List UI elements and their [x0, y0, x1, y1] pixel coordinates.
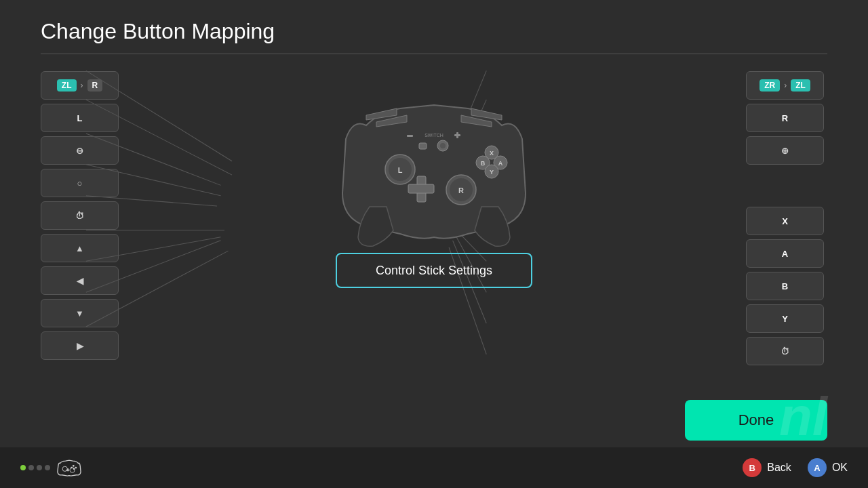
page-container: Change Button Mapping	[0, 0, 868, 441]
btn-minus[interactable]: ⊖	[41, 136, 119, 165]
b-button-icon: B	[743, 458, 762, 477]
svg-text:A: A	[498, 160, 503, 167]
minus-icon: ⊖	[76, 146, 83, 156]
dpad-right-icon: ▶	[77, 341, 83, 351]
dpad-left-icon: ◀	[77, 276, 83, 286]
dpad-up-icon: ▲	[75, 243, 84, 253]
btn-x[interactable]: X	[746, 207, 824, 235]
home-icon: ⏱	[75, 211, 84, 221]
from-badge-zr: ZR	[760, 79, 780, 92]
btn-y[interactable]: Y	[746, 304, 824, 333]
svg-point-37	[440, 143, 446, 148]
btn-dpad-left[interactable]: ◀	[41, 266, 119, 295]
svg-rect-43	[66, 470, 70, 471]
btn-dpad-up[interactable]: ▲	[41, 234, 119, 262]
dot-2	[28, 465, 34, 470]
done-button[interactable]: Done	[685, 400, 827, 441]
dpad-down-icon: ▼	[75, 308, 84, 319]
svg-rect-34	[456, 132, 458, 138]
controller-area: L R X A B Y	[122, 68, 746, 441]
right-spacer	[746, 169, 827, 203]
btn-l-label: L	[77, 113, 83, 123]
bottom-right: B Back A OK	[743, 458, 848, 477]
main-content: ZL › R L ⊖ ○ ⏱ ▲	[0, 54, 868, 441]
a-label: A	[814, 463, 820, 473]
controller-small-icon	[57, 458, 81, 477]
btn-y-label: Y	[782, 314, 788, 324]
btn-zr-to-zl[interactable]: ZR › ZL	[746, 71, 824, 100]
plus-icon: ⊕	[781, 146, 789, 156]
btn-plus[interactable]: ⊕	[746, 136, 824, 165]
svg-text:L: L	[398, 166, 403, 174]
btn-dpad-right[interactable]: ▶	[41, 331, 119, 360]
arrow-icon: ›	[81, 81, 83, 90]
left-buttons-column: ZL › R L ⊖ ○ ⏱ ▲	[41, 68, 122, 441]
btn-l[interactable]: L	[41, 104, 119, 132]
a-button-icon: A	[808, 458, 827, 477]
control-stick-settings-button[interactable]: Control Stick Settings	[336, 253, 532, 288]
svg-point-46	[71, 467, 73, 469]
btn-dpad-down[interactable]: ▼	[41, 299, 119, 327]
dot-indicators	[20, 465, 50, 470]
back-nav[interactable]: B Back	[743, 458, 791, 477]
btn-x-label: X	[782, 216, 788, 226]
svg-text:X: X	[490, 150, 494, 157]
ok-label: OK	[832, 462, 848, 474]
ok-nav[interactable]: A OK	[808, 458, 848, 477]
btn-a[interactable]: A	[746, 239, 824, 268]
btn-r-label: R	[782, 113, 788, 123]
dot-4	[45, 465, 50, 470]
to-badge: R	[87, 79, 103, 92]
svg-point-44	[73, 465, 75, 467]
svg-rect-38	[419, 143, 427, 149]
btn-r[interactable]: R	[746, 104, 824, 132]
svg-text:B: B	[481, 160, 486, 167]
svg-rect-24	[408, 184, 434, 193]
btn-capture[interactable]: ○	[41, 169, 119, 197]
bottom-bar: B Back A OK	[0, 447, 868, 488]
to-badge-zl: ZL	[791, 79, 810, 92]
btn-a-label: A	[782, 249, 788, 259]
btn-home[interactable]: ⏱	[41, 201, 119, 230]
r-stick-icon: ⏱	[781, 346, 789, 357]
svg-text:SWITCH: SWITCH	[425, 133, 443, 138]
capture-icon: ○	[77, 178, 83, 188]
svg-text:R: R	[458, 186, 464, 195]
btn-r-stick[interactable]: ⏱	[746, 337, 824, 365]
done-button-label: Done	[738, 411, 774, 429]
svg-text:Y: Y	[490, 169, 494, 176]
btn-b[interactable]: B	[746, 272, 824, 300]
svg-point-47	[73, 468, 75, 470]
right-buttons-column: ZR › ZL R ⊕ X A B	[746, 68, 827, 441]
page-title: Change Button Mapping	[0, 0, 868, 44]
control-stick-settings-label: Control Stick Settings	[376, 264, 492, 278]
svg-point-45	[75, 467, 77, 469]
b-label: B	[749, 463, 755, 473]
dot-3	[37, 465, 42, 470]
btn-zl-to-r[interactable]: ZL › R	[41, 71, 119, 100]
btn-b-label: B	[782, 281, 788, 291]
bottom-left	[20, 458, 81, 477]
svg-rect-35	[407, 135, 413, 137]
dot-1	[20, 465, 26, 470]
arrow-icon-r: ›	[784, 81, 787, 90]
controller-svg: L R X A B Y	[332, 71, 536, 247]
from-badge: ZL	[57, 79, 77, 92]
back-label: Back	[767, 462, 791, 474]
